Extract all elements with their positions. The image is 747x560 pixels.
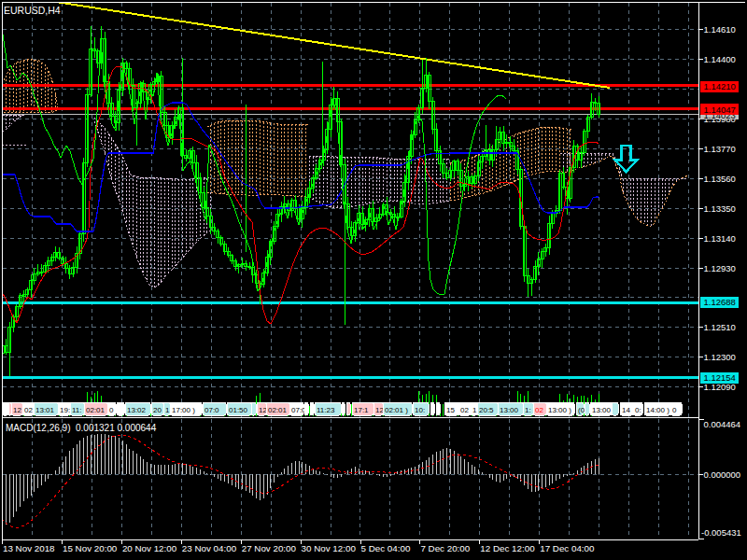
svg-text:1: 1: [472, 406, 477, 414]
svg-text:-0.005431: -0.005431: [701, 527, 741, 538]
svg-text:1:: 1:: [525, 406, 531, 414]
svg-text:1.14400: 1.14400: [704, 54, 736, 64]
svg-text:1.13350: 1.13350: [704, 203, 736, 214]
svg-text:14:00 ): 14:00 ): [646, 406, 669, 414]
svg-text:0: 0: [109, 406, 114, 414]
svg-text:12 Dec 12:00: 12 Dec 12:00: [480, 543, 535, 553]
svg-text:20:5: 20:5: [479, 406, 494, 414]
svg-text:1.13560: 1.13560: [704, 174, 736, 184]
svg-text:5 Dec 04:00: 5 Dec 04:00: [361, 543, 411, 553]
svg-text:17:00 ): 17:00 ): [172, 406, 195, 414]
svg-text:7 Dec 20:00: 7 Dec 20:00: [420, 543, 470, 553]
svg-text:11:: 11:: [72, 406, 82, 414]
svg-text:13:00 ): 13:00 ): [548, 406, 571, 414]
svg-text:1.14210: 1.14210: [704, 81, 736, 91]
svg-text:EURUSD,H4: EURUSD,H4: [4, 5, 61, 16]
svg-text:02:01: 02:01: [86, 406, 106, 414]
svg-text:23 Nov 04:00: 23 Nov 04:00: [182, 543, 237, 553]
svg-text:1.13140: 1.13140: [704, 233, 736, 244]
svg-text:0.000000: 0.000000: [704, 469, 741, 480]
svg-text:01:50: 01:50: [229, 406, 248, 414]
svg-text:1.14610: 1.14610: [704, 24, 736, 35]
svg-text:1.12688: 1.12688: [704, 297, 736, 307]
svg-text:20: 20: [153, 406, 162, 414]
svg-text:02: 02: [460, 406, 469, 414]
svg-text:1.12154: 1.12154: [704, 372, 736, 383]
svg-text:17 Dec 04:00: 17 Dec 04:00: [540, 543, 595, 553]
svg-text:10:: 10:: [415, 406, 425, 414]
svg-text:19:: 19:: [60, 406, 70, 414]
svg-text:14: 14: [622, 406, 630, 414]
svg-text:MACD(12,26,9) 0.001321 0.0006: MACD(12,26,9) 0.001321 0.000644: [6, 423, 157, 433]
svg-text:13:00: 13:00: [500, 406, 519, 414]
svg-text:1.13770: 1.13770: [704, 144, 736, 154]
svg-text:13:00: 13:00: [592, 406, 612, 414]
svg-text:13:02: 13:02: [127, 406, 147, 414]
svg-text:0.004464: 0.004464: [704, 419, 741, 429]
svg-text:13 Nov 2018: 13 Nov 2018: [3, 543, 55, 553]
svg-text:15 Nov 20:00: 15 Nov 20:00: [63, 543, 118, 553]
svg-text:20 Nov 12:00: 20 Nov 12:00: [122, 543, 177, 553]
svg-text:17:1: 17:1: [354, 406, 369, 414]
svg-text:1.14047: 1.14047: [704, 105, 736, 115]
svg-text:07:0: 07:0: [204, 406, 219, 414]
svg-text:0:: 0:: [635, 406, 641, 414]
svg-text:02:01: 02:01: [268, 406, 288, 414]
svg-text:1.12300: 1.12300: [704, 352, 736, 362]
svg-text:02: 02: [535, 406, 543, 414]
svg-text:1.12510: 1.12510: [704, 322, 736, 332]
svg-text:30 Nov 12:00: 30 Nov 12:00: [302, 543, 357, 553]
svg-text:1.12930: 1.12930: [704, 263, 736, 273]
svg-text:27 Nov 20:00: 27 Nov 20:00: [242, 543, 297, 553]
svg-text:02:01 ): 02:01 ): [385, 406, 408, 414]
svg-text:0: 0: [672, 406, 677, 414]
svg-text:02: 02: [24, 406, 33, 414]
svg-text:12: 12: [13, 406, 21, 414]
svg-text:1: 1: [165, 406, 170, 414]
svg-text:11:23: 11:23: [317, 406, 335, 414]
svg-text:13:01: 13:01: [35, 406, 55, 414]
svg-text:15: 15: [446, 406, 455, 414]
